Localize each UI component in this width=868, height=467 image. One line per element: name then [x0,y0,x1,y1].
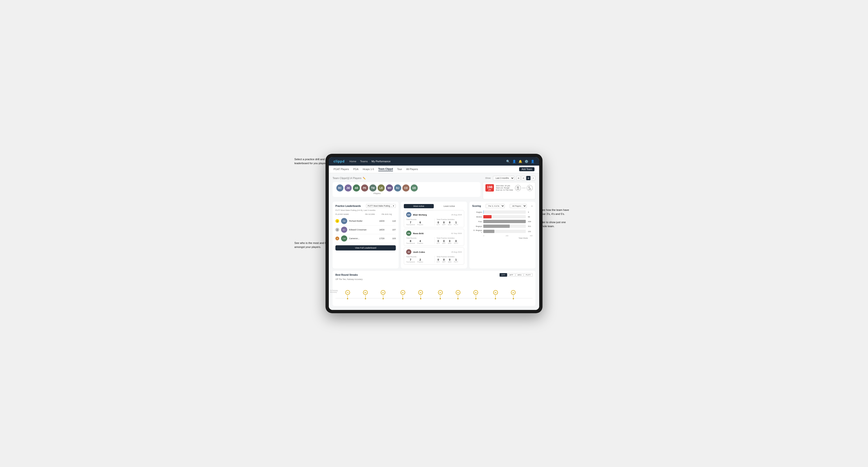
people-icon[interactable]: 👤 [512,160,516,163]
activity-player-name-1: Blair McHarg [413,214,450,216]
streak-dot-10 [513,298,514,299]
sub-nav-pga[interactable]: PGA [353,168,359,171]
main-content: Team Clippd | 14 Players ✏️ Show: Last 3… [329,173,539,310]
nav-link-teams[interactable]: Teams [360,160,368,163]
avatar-7[interactable]: MH [386,184,393,191]
streak-dot-4 [402,298,403,299]
edit-team-icon[interactable]: ✏️ [363,177,366,180]
streak-stem-4 [403,295,403,298]
sub-nav-all-players[interactable]: All Players [406,168,418,171]
bar-value-birdies: 96 [528,216,533,218]
show-label: Show: [485,177,491,179]
activity-avatar-3: JC [406,249,411,254]
tab-most-active[interactable]: Most Active [404,204,434,208]
scoring-header: Scoring Par 3, 4 & 5s All Players ▾ [472,204,533,208]
bar-track-pars [483,220,526,223]
avatar-5[interactable]: TW [369,184,376,191]
avatar-8[interactable]: RJ [394,184,401,191]
lb-col-score: PB SCORE [365,213,382,215]
nav-links: Home Teams My Performance [349,160,501,163]
sub-nav-team-clippd[interactable]: Team Clippd [378,167,393,171]
sub-nav-pgat[interactable]: PGAT Players [334,168,349,171]
streaks-filter-group: OTT APP ARG PUTT [500,273,533,277]
bar-track-eagles [483,210,526,214]
view-full-leaderboard-button[interactable]: View Full Leaderboard [335,245,396,250]
shot-circles: 16 yds 0 yds [515,185,533,191]
practice-stat-1: 6 Practice [417,221,423,225]
streaks-filter-arg[interactable]: ARG [516,273,523,277]
bar-label-bogeys: Bogeys [472,225,482,227]
activity-player-header-2: RB Rees Britt 02 Sep 2023 [406,231,462,236]
bar-value-pars: 499 [528,220,533,223]
x-label-400: 400 [530,235,533,237]
avatar-10[interactable]: EB [411,184,418,191]
bar-fill-eagles [483,210,484,214]
lb-col-avg: PB AVG SQ [382,213,396,215]
lb-row-1: 1 RB Richard Butler 19/20 110 [335,217,396,225]
bar-label-pars: Pars [472,220,482,223]
nav-bar: clippd Home Teams My Performance 🔍 👤 🔔 ⚙… [329,157,539,165]
tab-least-active[interactable]: Least Active [434,204,464,208]
nav-link-home[interactable]: Home [349,160,356,163]
leaderboard-dropdown[interactable]: PUTT Must Make Putting ... ▾ [366,204,396,208]
x-label-0: 0 [483,235,484,237]
streak-node-2: 6x [363,290,368,299]
lb-name-2: Edward Crossman [349,228,371,231]
avatar-icon[interactable]: 👤 [531,160,534,163]
view-grid3-icon[interactable]: ⊟ [521,176,526,180]
bar-fill-dbogeys [483,230,494,233]
shot-circle-left: 16 yds [515,185,521,191]
scoring-panel: Scoring Par 3, 4 & 5s All Players ▾ [469,201,535,269]
nav-link-my-performance[interactable]: My Performance [371,160,391,163]
streaks-filter-app[interactable]: APP [507,273,515,277]
players-shot-row: RC JM AB PK TW LB MH RJ CD EB [333,182,535,199]
team-controls: Show: Last 3 months ⊞ ⊟ ⊠ ≡ [485,176,535,180]
avatar-1[interactable]: RC [336,184,343,191]
avatar-2[interactable]: JM [345,184,352,191]
total-rounds-label-3: Total Rounds [406,256,434,258]
lb-avg-1: 110 [386,220,396,222]
team-header: Team Clippd | 14 Players ✏️ Show: Last 3… [333,176,535,180]
search-icon[interactable]: 🔍 [506,160,510,163]
avatar-4[interactable]: PK [361,184,368,191]
settings-icon[interactable]: ⚙️ [525,160,528,163]
scoring-player-filter[interactable]: All Players [510,204,527,208]
bar-value-eagles: 3 [528,211,533,213]
streaks-filter-putt[interactable]: PUTT [524,273,533,277]
sub-nav-tour[interactable]: Tour [397,168,402,171]
nav-logo: clippd [334,159,345,163]
avatar-6[interactable]: LB [378,184,385,191]
streak-bubble-7: 4x [456,290,460,295]
streak-bubble-6: 4x [438,290,443,295]
view-icons: ⊞ ⊟ ⊠ ≡ [516,176,535,180]
bell-icon[interactable]: 🔔 [519,160,522,163]
view-grid2-icon[interactable]: ⊞ [516,176,521,180]
avatar-3[interactable]: AB [353,184,360,191]
activity-player-date-2: 02 Sep 2023 [451,232,462,235]
bar-row-eagles: Eagles 3 [472,210,533,214]
activity-player-stats-1: Total Rounds 7 Tournament 6 Pr [406,218,462,225]
start-lie-label: Start Lie: Rough [496,187,513,189]
add-team-button[interactable]: Add Team [519,167,534,171]
streak-bubble-1: 7x [345,290,350,295]
scoring-filter-chevron[interactable]: ▾ [531,205,533,207]
streaks-filter-ott[interactable]: OTT [500,273,507,277]
view-grid4-icon[interactable]: ⊠ [526,176,530,180]
activity-avatar-2: RB [406,231,411,236]
scoring-par-filter[interactable]: Par 3, 4 & 5s [486,204,505,208]
chart-x-axis: 0 200 400 [472,235,533,237]
avatar-9[interactable]: CD [402,184,409,191]
practice-stat-3: 2 Practice [417,258,423,263]
lb-name-3: Cameron... [349,237,371,240]
shot-dist-badge: 198 yds [486,184,494,191]
activity-player-name-3: Josh Coles [413,251,450,253]
shot-info-top: 198 yds Shot Dist: 16 yds Start Lie: Rou… [486,184,533,191]
app-stat-3: 0 APP [442,258,445,263]
activity-player-header-1: BM Blair McHarg 26 Aug 2023 [406,212,462,217]
lb-row-3: 3 CM Cameron... 17/20 103 [335,234,396,243]
sub-nav-hcaps[interactable]: Hcaps 1-5 [363,168,374,171]
show-select[interactable]: Last 3 months [493,176,515,180]
view-list-icon[interactable]: ≡ [531,176,535,180]
ott-stat-3: 0 OTT [437,258,440,263]
arg-stat-3: 0 ARG [448,258,452,263]
